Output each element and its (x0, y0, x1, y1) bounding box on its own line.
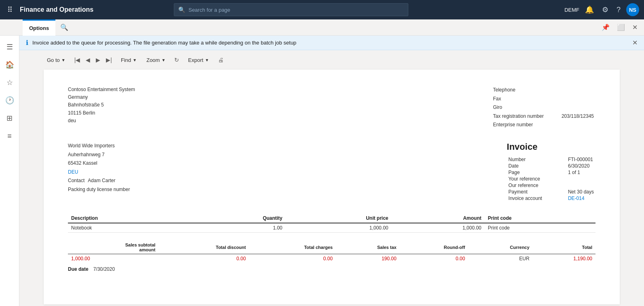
giro-value (545, 103, 595, 112)
payment-value: Net 30 days (544, 189, 595, 195)
nav-prev-button[interactable]: ◀ (83, 55, 93, 65)
help-icon[interactable]: ? (614, 4, 623, 16)
seller-details: Telephone Fax Giro (493, 86, 595, 130)
col-sales-tax: Sales tax (336, 241, 400, 254)
notification-icon[interactable]: 🔔 (583, 4, 596, 16)
settings-icon[interactable]: ⚙ (600, 4, 611, 16)
val-subtotal: 1,000.00 (68, 254, 158, 263)
sidebar-workspaces-icon[interactable]: ⊞ (2, 110, 18, 126)
date-value: 6/30/2020 (544, 163, 595, 169)
main-content: ℹ Invoice added to the queue for process… (19, 36, 644, 306)
sidebar-home-icon[interactable]: 🏠 (2, 57, 18, 73)
col-description: Description (68, 214, 190, 223)
item-quantity: 1.00 (190, 223, 285, 233)
our-ref-label: Our reference (507, 182, 544, 189)
contact-value: Adam Carter (88, 176, 115, 185)
goto-chevron: ▼ (61, 58, 65, 62)
invoice-wrapper: Contoso Entertainment System Germany Bah… (19, 70, 644, 306)
sidebar-favorites-icon[interactable]: ☆ (2, 74, 18, 91)
export-button[interactable]: Export ▼ (185, 55, 212, 65)
search-bar[interactable]: 🔍 (174, 3, 408, 16)
nav-controls: |◀ ◀ ▶ ▶| (72, 55, 114, 65)
line-items-header-row: Description Quantity Unit price Amount P… (68, 214, 595, 223)
packing-label: Packing duty license number (68, 185, 130, 194)
seller-lang: deu (68, 117, 135, 125)
invoice-page: Contoso Entertainment System Germany Bah… (44, 70, 620, 304)
col-quantity: Quantity (190, 214, 285, 223)
main-layout: ☰ 🏠 ☆ 🕐 ⊞ ≡ ℹ Invoice added to the queue… (0, 36, 644, 306)
tab-search-icon[interactable]: 🔍 (55, 23, 73, 31)
right-icons: DEMF 🔔 ⚙ ? NS (564, 3, 639, 16)
search-icon: 🔍 (178, 6, 185, 13)
col-total-charges: Total charges (249, 241, 336, 254)
buyer-city: 65432 Kassel (68, 159, 130, 168)
invoice-details: Invoice Number FTI-000001 Date 6/30/2020 (507, 142, 595, 202)
sidebar-list-icon[interactable]: ≡ (2, 128, 18, 144)
line-items: Description Quantity Unit price Amount P… (68, 214, 595, 233)
telephone-label: Telephone (493, 86, 545, 95)
zoom-chevron: ▼ (161, 58, 165, 62)
app-title: Finance and Operations (20, 6, 93, 13)
fax-label: Fax (493, 95, 545, 104)
seller-city: 10115 Berlin (68, 109, 135, 117)
col-total: Total (533, 241, 595, 254)
export-chevron: ▼ (205, 58, 209, 62)
search-input[interactable] (188, 7, 404, 13)
enterprise-value (545, 121, 595, 130)
print-button[interactable]: 🖨 (215, 55, 226, 65)
totals-row: 1,000.00 0.00 0.00 190.00 0.00 EUR 1,190… (68, 254, 595, 263)
telephone-value (545, 86, 595, 95)
number-value: FTI-000001 (544, 156, 595, 163)
find-button[interactable]: Find ▼ (118, 55, 140, 65)
sidebar-menu-icon[interactable]: ☰ (2, 39, 18, 55)
your-ref-label: Your reference (507, 176, 544, 182)
nav-next-button[interactable]: ▶ (93, 55, 103, 65)
tax-reg-value: 203/118/12345 (545, 112, 595, 121)
invoice-middle: World Wide Importers Auherhahnweg 7 6543… (68, 142, 595, 202)
close-button[interactable]: ✕ (629, 22, 641, 33)
val-currency: EUR (468, 254, 532, 263)
info-banner: ℹ Invoice added to the queue for process… (19, 36, 644, 50)
fax-value (545, 95, 595, 104)
contact-label: Contact (68, 176, 84, 185)
sidebar-recent-icon[interactable]: 🕐 (2, 92, 18, 108)
col-currency: Currency (468, 241, 532, 254)
col-print-code: Print code (485, 214, 595, 223)
item-description: Notebook (68, 223, 190, 233)
popout-button[interactable]: ⬜ (614, 22, 628, 33)
item-amount: 1,000.00 (391, 223, 484, 233)
invoice-account-value[interactable]: DE-014 (568, 196, 585, 201)
line-item-row: Notebook 1.00 1,000.00 1,000.00 Print co… (68, 223, 595, 233)
nav-first-button[interactable]: |◀ (72, 55, 83, 65)
tab-options[interactable]: Options (23, 19, 55, 36)
find-chevron: ▼ (133, 58, 137, 62)
tax-reg-label: Tax registration number (493, 112, 545, 121)
info-icon: ℹ (26, 39, 28, 47)
refresh-button[interactable]: ↻ (172, 55, 182, 65)
pin-button[interactable]: 📌 (598, 22, 613, 33)
totals-section: Sales subtotalamount Total discount Tota… (68, 241, 595, 272)
date-label: Date (507, 163, 544, 169)
item-print-code: Print code (485, 223, 595, 233)
col-round-off: Round-off (400, 241, 469, 254)
zoom-button[interactable]: Zoom ▼ (143, 55, 169, 65)
nav-last-button[interactable]: ▶| (103, 55, 114, 65)
page-label: Page (507, 169, 544, 176)
number-label: Number (507, 156, 544, 163)
page-value: 1 of 1 (544, 169, 595, 176)
apps-icon[interactable]: ⠿ (5, 3, 15, 17)
totals-header-row: Sales subtotalamount Total discount Tota… (68, 241, 595, 254)
giro-label: Giro (493, 103, 545, 112)
goto-button[interactable]: Go to ▼ (44, 55, 69, 65)
our-ref-value (544, 182, 595, 189)
due-date-row: Due date 7/30/2020 (68, 266, 595, 272)
your-ref-value (544, 176, 595, 182)
col-subtotal: Sales subtotalamount (68, 241, 158, 254)
buyer-name: World Wide Importers (68, 142, 130, 151)
item-unit-price: 1,000.00 (286, 223, 392, 233)
avatar[interactable]: NS (626, 3, 639, 16)
buyer-country[interactable]: DEU (68, 168, 130, 177)
secondary-toolbar-right: 📌 ⬜ ✕ (598, 22, 644, 33)
seller-name: Contoso Entertainment System (68, 86, 135, 94)
banner-close-button[interactable]: ✕ (632, 39, 638, 47)
